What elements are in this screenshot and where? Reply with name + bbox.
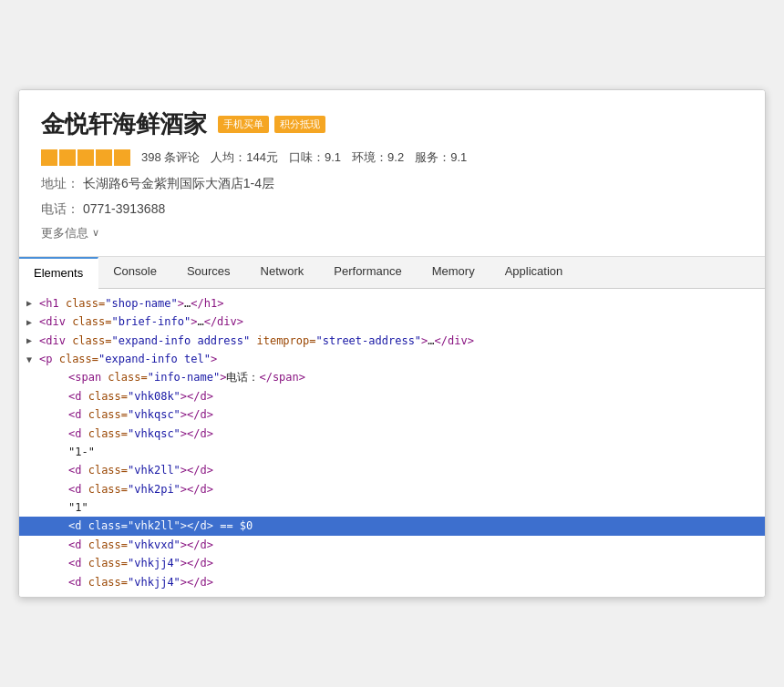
code-line-d-vhk2ll-1[interactable]: <d class="vhk2ll"></d> [19,461,765,479]
tab-sources[interactable]: Sources [172,257,246,288]
code-text: <p class="expand-info tel"> [39,350,217,368]
expand-arrow-empty [56,445,67,460]
code-line-span-info-name[interactable]: <span class="info-name">电话：</span> [19,368,765,386]
code-text: <d class="vhkqsc"></d> [68,405,213,424]
code-text: <div class="brief-info">…</div> [39,313,243,331]
service-score: 服务：9.1 [415,149,467,166]
code-line-brief-info[interactable]: ▶ <div class="brief-info">…</div> [19,313,765,331]
more-info-button[interactable]: 更多信息 ∨ [41,225,743,241]
expand-arrow-empty [56,463,67,478]
star-4 [96,149,112,166]
phone-row: 电话： 0771-3913688 [41,199,743,219]
code-line-text-2[interactable]: "1" [19,498,765,517]
phone-value: 0771-3913688 [83,201,165,216]
expand-arrow-empty [56,388,67,404]
code-line-d-vhk2pi[interactable]: <d class="vhk2pi"></d> [19,480,765,498]
code-line-text-1[interactable]: "1-" [19,443,765,461]
devtools-panel: ▶ <h1 class="shop-name">…</h1> ▶ <div cl… [19,289,765,597]
expand-arrow-empty [56,407,67,423]
code-text: <d class="vhk2pi"></d> [68,480,213,498]
code-line-h1[interactable]: ▶ <h1 class="shop-name">…</h1> [19,294,765,313]
code-text: <d class="vhkjj4"></d> [68,554,213,572]
review-count: 398 条评论 [141,149,200,166]
expand-arrow[interactable]: ▶ [26,333,37,348]
code-text: <d class="vhkjj4"></d> [68,573,213,591]
code-text: <d class="vhkqsc"></d> [68,425,213,443]
devtools-tabs: Elements Console Sources Network Perform… [19,257,765,289]
tab-performance[interactable]: Performance [319,257,417,288]
code-text: <div class="expand-info address" itempro… [39,332,474,350]
shop-tag-points: 积分抵现 [274,116,325,133]
address-value: 长湖路6号金紫荆国际大酒店1-4层 [83,176,274,190]
star-3 [77,149,94,166]
stars [41,149,130,166]
tab-network[interactable]: Network [246,257,320,288]
shop-tags: 手机买单 积分抵现 [218,116,325,133]
content-area: 金悦轩海鲜酒家 手机买单 积分抵现 398 条评论 人均：144元 口味：9.1… [19,90,765,257]
code-line-d-vhk2ll-highlighted[interactable]: <d class="vhk2ll"></d> == $0 [19,517,765,535]
expand-arrow[interactable]: ▼ [26,352,37,367]
code-text: <d class="vhk08k"></d> [68,387,213,405]
rating-row: 398 条评论 人均：144元 口味：9.1 环境：9.2 服务：9.1 [41,149,743,166]
code-text: "1" [68,498,88,517]
star-5 [114,149,130,166]
expand-arrow-empty [56,370,67,385]
environment-score: 环境：9.2 [352,149,404,166]
code-line-d-vhkqsc-1[interactable]: <d class="vhkqsc"></d> [19,405,765,424]
code-line-address[interactable]: ▶ <div class="expand-info address" itemp… [19,332,765,350]
star-1 [41,149,57,166]
code-text: <h1 class="shop-name">…</h1> [39,294,223,313]
shop-header: 金悦轩海鲜酒家 手机买单 积分抵现 [41,108,743,140]
tab-memory[interactable]: Memory [418,257,490,288]
expand-arrow-empty [56,500,67,516]
code-text: "1-" [68,443,95,461]
code-line-d-vhkqsc-2[interactable]: <d class="vhkqsc"></d> [19,425,765,443]
star-2 [59,149,76,166]
code-line-d-vhkvxd[interactable]: <d class="vhkvxd"></d> [19,536,765,554]
phone-label: 电话： [41,201,79,216]
taste-score: 口味：9.1 [289,149,341,166]
code-text: <span class="info-name">电话：</span> [68,368,305,386]
shop-tag-mobile: 手机买单 [218,116,269,133]
address-label: 地址： [41,176,79,190]
expand-arrow-empty [56,574,67,590]
expand-arrow-empty [56,538,67,553]
code-text: <d class="vhk2ll"></d> [68,461,213,479]
code-line-p-tel[interactable]: ▼ <p class="expand-info tel"> [19,350,765,368]
expand-arrow-empty [56,518,67,534]
browser-container: 金悦轩海鲜酒家 手机买单 积分抵现 398 条评论 人均：144元 口味：9.1… [18,89,766,598]
code-text: <d class="vhk2ll"></d> == $0 [68,517,253,535]
more-info-label: 更多信息 [41,225,88,241]
expand-arrow[interactable]: ▶ [26,314,37,330]
avg-price: 人均：144元 [211,149,278,166]
code-line-d-vhkjj4-1[interactable]: <d class="vhkjj4"></d> [19,554,765,572]
shop-name: 金悦轩海鲜酒家 [41,108,207,140]
tab-console[interactable]: Console [98,257,172,288]
expand-arrow-empty [56,556,67,571]
code-line-d-vhk08k[interactable]: <d class="vhk08k"></d> [19,387,765,405]
expand-arrow-empty [56,426,67,441]
address-row: 地址： 长湖路6号金紫荆国际大酒店1-4层 [41,173,743,193]
tab-elements[interactable]: Elements [19,257,98,289]
expand-arrow-empty [56,481,67,497]
code-line-d-vhkjj4-2[interactable]: <d class="vhkjj4"></d> [19,573,765,591]
chevron-down-icon: ∨ [92,227,99,239]
tab-application[interactable]: Application [490,257,579,288]
expand-arrow[interactable]: ▶ [26,295,37,311]
code-text: <d class="vhkvxd"></d> [68,536,213,554]
